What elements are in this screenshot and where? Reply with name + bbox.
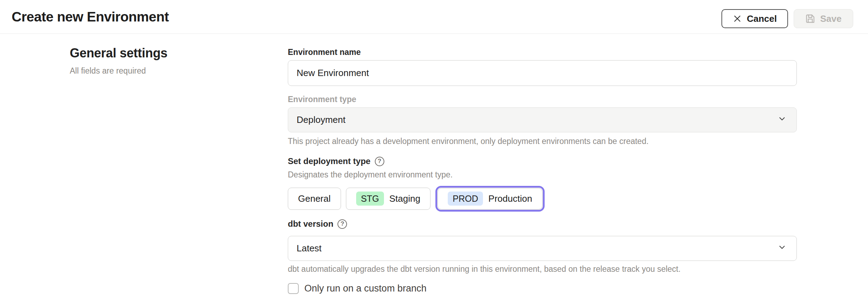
staging-badge: STG (356, 192, 384, 206)
dbt-version-helper: dbt automatically upgrades the dbt versi… (288, 264, 797, 274)
general-settings-section-header: General settings All fields are required (70, 46, 267, 76)
page-title: Create new Environment (12, 9, 169, 25)
production-badge: PROD (448, 192, 483, 206)
deployment-option-general-label: General (298, 193, 331, 204)
help-icon[interactable]: ? (375, 157, 384, 166)
custom-branch-label[interactable]: Only run on a custom branch (304, 283, 427, 294)
create-environment-page: Create new Environment Cancel (0, 0, 868, 307)
dbt-version-heading: dbt version ? (288, 219, 797, 229)
save-button-label: Save (820, 13, 842, 24)
cancel-button-label: Cancel (747, 13, 777, 24)
chevron-down-icon (777, 243, 787, 254)
custom-branch-row[interactable]: Only run on a custom branch (288, 283, 797, 294)
save-icon (805, 14, 815, 24)
header-actions: Cancel Save (721, 9, 853, 28)
section-subtitle: All fields are required (70, 66, 267, 76)
deployment-option-general[interactable]: General (288, 188, 341, 210)
deployment-type-helper: Designates the deployment environment ty… (288, 170, 797, 180)
cancel-button[interactable]: Cancel (721, 9, 788, 28)
deployment-option-staging[interactable]: STG Staging (346, 188, 431, 210)
environment-name-label: Environment name (288, 47, 797, 57)
chevron-down-icon (777, 114, 787, 126)
save-button[interactable]: Save (794, 9, 853, 28)
deployment-option-selected-ring: PROD Production (435, 186, 545, 212)
close-icon (733, 14, 742, 23)
dbt-version-select[interactable]: Latest (288, 236, 797, 261)
deployment-type-heading-label: Set deployment type (288, 156, 371, 167)
environment-name-input[interactable] (288, 60, 797, 86)
environment-type-label: Environment type (288, 94, 797, 104)
environment-type-select: Deployment (288, 107, 797, 132)
deployment-type-heading: Set deployment type ? (288, 156, 797, 167)
deployment-option-production-label: Production (488, 193, 532, 204)
environment-type-value: Deployment (297, 114, 346, 125)
environment-form: Environment name Environment type Deploy… (288, 47, 797, 294)
environment-type-helper: This project already has a development e… (288, 136, 797, 146)
dbt-version-value: Latest (297, 243, 322, 254)
dbt-version-heading-label: dbt version (288, 219, 333, 229)
help-icon[interactable]: ? (337, 219, 347, 229)
custom-branch-checkbox[interactable] (288, 283, 299, 294)
section-title: General settings (70, 46, 267, 61)
deployment-type-options: General STG Staging PROD Production (288, 186, 797, 212)
deployment-option-production[interactable]: PROD Production (438, 188, 542, 209)
page-header: Create new Environment Cancel (0, 0, 868, 34)
deployment-option-staging-label: Staging (389, 193, 420, 204)
